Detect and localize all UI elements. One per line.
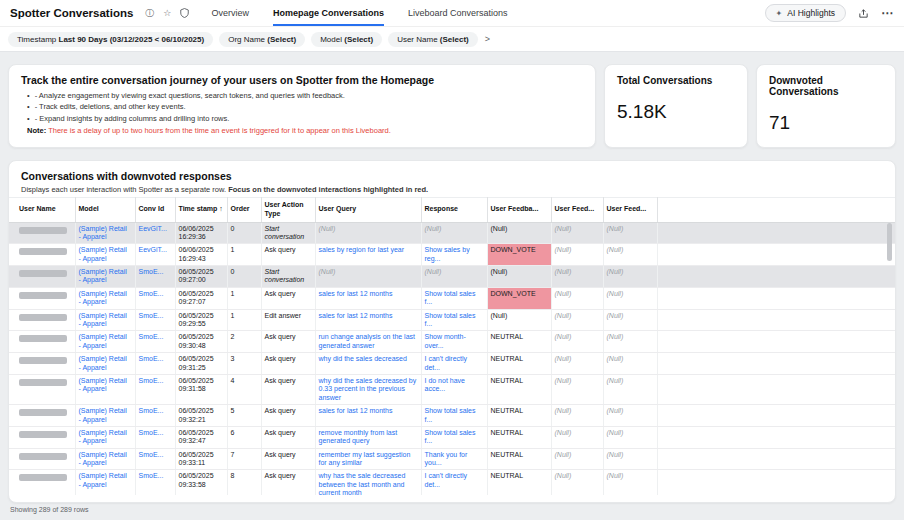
- cell-timestamp[interactable]: 06/05/2025 09:33:58: [175, 470, 227, 495]
- cell-user-feedback[interactable]: NEUTRAL: [487, 470, 551, 495]
- cell-user-feedback-3[interactable]: (Null): [603, 244, 657, 266]
- cell-user-query[interactable]: sales by region for last year: [315, 244, 421, 266]
- cell-user-name[interactable]: [9, 266, 75, 288]
- cell-model[interactable]: (Sample) Retail - Apparel: [75, 470, 135, 495]
- column-header-model[interactable]: Model: [75, 198, 135, 223]
- cell-response[interactable]: Show total sales f...: [421, 405, 487, 427]
- cell-user-feedback[interactable]: NEUTRAL: [487, 374, 551, 404]
- cell-model[interactable]: (Sample) Retail - Apparel: [75, 405, 135, 427]
- cell-model[interactable]: (Sample) Retail - Apparel: [75, 266, 135, 288]
- cell-user-feedback[interactable]: NEUTRAL: [487, 426, 551, 448]
- cell-user-feedback-2[interactable]: (Null): [551, 448, 603, 470]
- more-options-icon[interactable]: ⋯: [881, 7, 894, 19]
- cell-user-feedback-3[interactable]: (Null): [603, 266, 657, 288]
- cell-response[interactable]: Show total sales f...: [421, 309, 487, 331]
- cell-conv-id[interactable]: SmoE...: [135, 426, 175, 448]
- chevron-right-icon[interactable]: >: [485, 34, 490, 44]
- cell-user-feedback[interactable]: NEUTRAL: [487, 448, 551, 470]
- cell-user-feedback[interactable]: NEUTRAL: [487, 331, 551, 353]
- cell-user-name[interactable]: [9, 426, 75, 448]
- cell-conv-id[interactable]: SmoE...: [135, 287, 175, 309]
- cell-conv-id[interactable]: SmoE...: [135, 309, 175, 331]
- cell-user-action-type[interactable]: Ask query: [261, 470, 315, 495]
- cell-user-feedback-2[interactable]: (Null): [551, 266, 603, 288]
- tab-homepage-conversations[interactable]: Homepage Conversations: [273, 0, 384, 26]
- cell-user-action-type[interactable]: Start conversation: [261, 266, 315, 288]
- cell-user-query[interactable]: (Null): [315, 222, 421, 244]
- cell-order[interactable]: 8: [227, 470, 261, 495]
- cell-user-feedback-3[interactable]: (Null): [603, 331, 657, 353]
- cell-timestamp[interactable]: 06/05/2025 09:31:58: [175, 374, 227, 404]
- cell-user-feedback-2[interactable]: (Null): [551, 426, 603, 448]
- cell-timestamp[interactable]: 06/05/2025 09:27:07: [175, 287, 227, 309]
- cell-order[interactable]: 1: [227, 287, 261, 309]
- cell-timestamp[interactable]: 06/05/2025 09:30:48: [175, 331, 227, 353]
- cell-user-query[interactable]: why has the sale decreased between the l…: [315, 470, 421, 495]
- cell-response[interactable]: I do not have acce...: [421, 374, 487, 404]
- cell-conv-id[interactable]: SmoE...: [135, 405, 175, 427]
- column-header-user-name[interactable]: User Name: [9, 198, 75, 223]
- cell-response[interactable]: I can't directly det...: [421, 470, 487, 495]
- vertical-scrollbar[interactable]: [887, 223, 892, 261]
- cell-conv-id[interactable]: SmoE...: [135, 331, 175, 353]
- cell-user-feedback[interactable]: (Null): [487, 266, 551, 288]
- cell-conv-id[interactable]: SmoE...: [135, 470, 175, 495]
- cell-user-feedback-2[interactable]: (Null): [551, 374, 603, 404]
- cell-user-name[interactable]: [9, 353, 75, 375]
- cell-conv-id[interactable]: SmoE...: [135, 374, 175, 404]
- cell-user-action-type[interactable]: Ask query: [261, 331, 315, 353]
- cell-order[interactable]: 4: [227, 374, 261, 404]
- badge-icon[interactable]: [180, 8, 189, 18]
- cell-order[interactable]: 2: [227, 331, 261, 353]
- cell-user-feedback-2[interactable]: (Null): [551, 470, 603, 495]
- cell-response[interactable]: Thank you for you...: [421, 448, 487, 470]
- cell-response[interactable]: Show sales by reg...: [421, 244, 487, 266]
- cell-model[interactable]: (Sample) Retail - Apparel: [75, 448, 135, 470]
- cell-user-feedback[interactable]: (Null): [487, 309, 551, 331]
- cell-user-feedback-3[interactable]: (Null): [603, 353, 657, 375]
- cell-user-action-type[interactable]: Ask query: [261, 405, 315, 427]
- cell-user-query[interactable]: remember my last suggestion for any simi…: [315, 448, 421, 470]
- table-row[interactable]: (Sample) Retail - ApparelSmoE...06/05/20…: [9, 266, 895, 288]
- cell-order[interactable]: 3: [227, 353, 261, 375]
- cell-user-action-type[interactable]: Ask query: [261, 287, 315, 309]
- cell-order[interactable]: 7: [227, 448, 261, 470]
- cell-model[interactable]: (Sample) Retail - Apparel: [75, 244, 135, 266]
- cell-conv-id[interactable]: SmoE...: [135, 448, 175, 470]
- cell-timestamp[interactable]: 06/05/2025 09:32:47: [175, 426, 227, 448]
- tab-liveboard-conversations[interactable]: Liveboard Conversations: [408, 0, 508, 26]
- filter-chip-model[interactable]: Model (Select): [311, 32, 382, 47]
- cell-order[interactable]: 0: [227, 266, 261, 288]
- cell-model[interactable]: (Sample) Retail - Apparel: [75, 374, 135, 404]
- cell-model[interactable]: (Sample) Retail - Apparel: [75, 309, 135, 331]
- column-header-time-stamp[interactable]: Time stamp ↑: [175, 198, 227, 223]
- star-icon[interactable]: ☆: [163, 9, 171, 18]
- column-header-conv-id[interactable]: Conv Id: [135, 198, 175, 223]
- info-icon[interactable]: ⓘ: [145, 9, 154, 18]
- column-header-order[interactable]: Order: [227, 198, 261, 223]
- cell-model[interactable]: (Sample) Retail - Apparel: [75, 222, 135, 244]
- cell-user-feedback-2[interactable]: (Null): [551, 309, 603, 331]
- cell-user-feedback-3[interactable]: (Null): [603, 309, 657, 331]
- cell-user-query[interactable]: run change analysis on the last generate…: [315, 331, 421, 353]
- cell-user-feedback-2[interactable]: (Null): [551, 405, 603, 427]
- cell-response[interactable]: I can't directly det...: [421, 353, 487, 375]
- column-header-user-feed[interactable]: User Feed...: [551, 198, 603, 223]
- column-header-user-query[interactable]: User Query: [315, 198, 421, 223]
- cell-model[interactable]: (Sample) Retail - Apparel: [75, 331, 135, 353]
- table-row[interactable]: (Sample) Retail - ApparelSmoE...06/05/20…: [9, 405, 895, 427]
- cell-conv-id[interactable]: EevGiT...: [135, 222, 175, 244]
- table-row[interactable]: (Sample) Retail - ApparelSmoE...06/05/20…: [9, 426, 895, 448]
- cell-user-query[interactable]: why did the sales decreased by 0.33 perc…: [315, 374, 421, 404]
- table-row[interactable]: (Sample) Retail - ApparelEevGiT...06/06/…: [9, 222, 895, 244]
- cell-user-feedback-3[interactable]: (Null): [603, 448, 657, 470]
- cell-user-name[interactable]: [9, 374, 75, 404]
- cell-user-query[interactable]: remove monthly from last generated query: [315, 426, 421, 448]
- cell-user-name[interactable]: [9, 244, 75, 266]
- column-header-response[interactable]: Response: [421, 198, 487, 223]
- cell-conv-id[interactable]: SmoE...: [135, 266, 175, 288]
- cell-user-feedback-2[interactable]: (Null): [551, 222, 603, 244]
- cell-user-feedback[interactable]: NEUTRAL: [487, 405, 551, 427]
- cell-user-name[interactable]: [9, 309, 75, 331]
- cell-user-action-type[interactable]: Ask query: [261, 244, 315, 266]
